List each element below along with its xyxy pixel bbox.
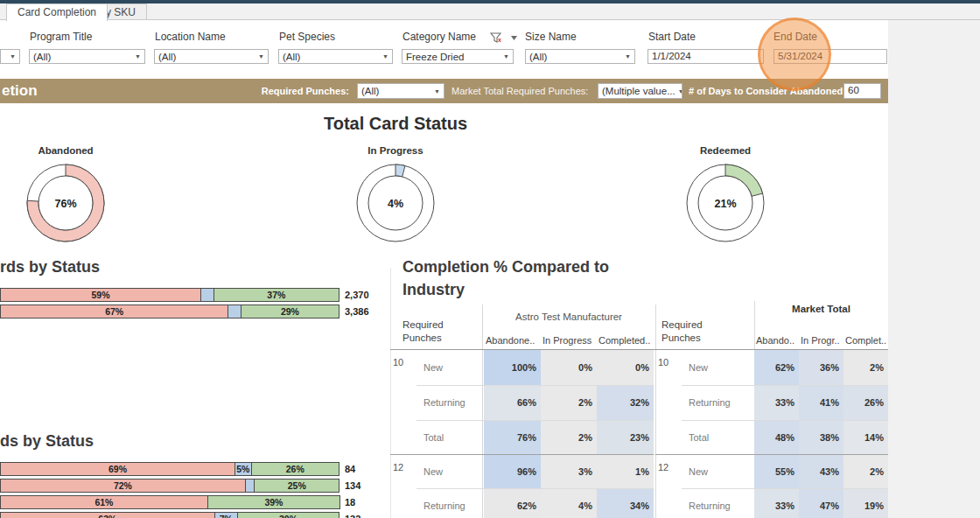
heatmap-cell[interactable]: 76% [484,420,541,454]
bar-segment-completed[interactable]: 30% [237,512,340,518]
start-date-input[interactable]: 1/1/2024 [648,49,764,64]
heatmap-cell[interactable]: 47% [799,488,844,518]
heatmap-cell[interactable]: 33% [754,385,799,420]
heatmap-cell[interactable]: 48% [754,420,799,454]
column-header: Abando.. [754,335,799,346]
customer-type-label: New [415,362,484,373]
customer-type-label: New [415,466,484,477]
dashboard-canvas: Card Completion By SKU ▼ Program Title (… [0,0,980,518]
heatmap-cell[interactable]: 19% [844,488,888,518]
sheet-tab-bar: Card Completion By SKU [0,4,980,20]
heatmap-cell[interactable]: 43% [799,455,844,488]
column-header: Complet.. [844,335,888,346]
bar-total-label: 132 [345,512,360,518]
punches-value: 10 [390,350,415,368]
heatmap-cell[interactable]: 96% [484,455,541,488]
bar-segment-in_progress[interactable] [200,288,214,302]
heatmap-cell[interactable]: 41% [799,385,844,420]
dropdown-caret-icon [511,36,517,40]
heatmap-cell[interactable]: 0% [597,350,654,385]
manufacturer-header: Astro Test Manufacturer [484,312,654,322]
heatmap-cell[interactable]: 4% [541,488,597,518]
location-name-label: Location Name [155,31,226,43]
bar-segment-completed[interactable]: 29% [241,304,340,318]
cards-by-status-title-2: ds by Status [0,432,94,451]
bar-segment-in_progress[interactable]: 7% [214,512,238,518]
location-name-filter[interactable]: (All) ▼ [154,49,269,64]
size-name-filter[interactable]: (All) ▼ [525,49,635,64]
status-bar-row: 67%29%3,386 [0,304,385,318]
dropdown-caret-icon: ▼ [256,53,264,60]
heatmap-cell[interactable]: 62% [484,488,541,518]
heatmap-cell[interactable]: 36% [799,350,844,385]
filter-funnel-icon: x [490,32,520,44]
donut-abandoned[interactable]: 76% [26,164,105,242]
bar-total-label: 134 [345,479,360,493]
heatmap-cell[interactable]: 2% [844,350,888,385]
punches-value [655,488,680,495]
bar-total-label: 3,386 [345,304,369,318]
heatmap-cell[interactable]: 3% [541,455,597,488]
pet-species-label: Pet Species [279,31,335,43]
program-title-filter[interactable]: (All) ▼ [29,49,145,64]
comparison-title: Completion % Compared to Industry [402,256,612,301]
heatmap-cell[interactable]: 23% [597,420,654,454]
heatmap-cell[interactable]: 33% [754,488,799,518]
bar-segment-completed[interactable]: 37% [214,288,340,302]
bar-segment-in_progress[interactable]: 5% [234,462,252,476]
cropped-filter-dropdown[interactable]: ▼ [0,49,20,64]
bar-segment-completed[interactable]: 26% [251,462,340,476]
punches-value [390,488,415,495]
abandoned-days-input[interactable]: 60 [844,83,881,99]
category-filter-controls[interactable]: x [490,32,520,43]
bar-segment-in_progress[interactable] [228,304,242,318]
column-header: In Progr.. [799,335,844,346]
donut-in-progress[interactable]: 4% [356,164,435,242]
abandoned-days-label: # of Days to Consider Abandoned: [689,79,846,103]
heatmap-cell[interactable]: 26% [844,385,888,420]
heatmap-cell[interactable]: 0% [541,350,597,385]
bar-segment-abandoned[interactable]: 61% [0,495,208,509]
heatmap-cell[interactable]: 2% [541,420,597,454]
bar-segment-abandoned[interactable]: 69% [0,462,235,476]
customer-type-label: Returning [680,397,754,408]
heatmap-cell[interactable]: 100% [484,350,541,385]
heatmap-cell[interactable]: 62% [754,350,799,385]
heatmap-cell[interactable]: 34% [597,488,654,518]
table-row: Total48%38%14% [655,420,888,454]
bar-total-label: 2,370 [345,288,369,302]
size-name-value: (All) [529,52,547,62]
bar-segment-completed[interactable]: 39% [207,495,340,509]
customer-type-label: New [680,466,754,477]
column-headers: Abando..In Progr..Complet.. [754,335,888,346]
heatmap-cell[interactable]: 14% [844,420,888,454]
donut-redeemed[interactable]: 21% [686,164,765,242]
tab-card-completion[interactable]: Card Completion [6,4,108,21]
bar-segment-abandoned[interactable]: 67% [0,304,228,318]
bar-segment-abandoned[interactable]: 59% [0,288,201,302]
heatmap-cell[interactable]: 2% [541,385,597,420]
category-name-filter[interactable]: Freeze Dried ▼ [402,49,514,64]
market-total-punches-filter[interactable]: (Multiple value... ▼ [598,83,682,99]
stacked-bar: 72%25% [0,479,341,493]
heatmap-cell[interactable]: 38% [799,420,844,454]
bar-segment-completed[interactable]: 25% [254,479,340,493]
heatmap-cell[interactable]: 55% [754,455,799,488]
bar-segment-abandoned[interactable]: 72% [0,479,246,493]
heatmap-cell[interactable]: 32% [597,385,654,420]
table-row: Returning66%2%32% [390,385,654,420]
size-name-label: Size Name [525,31,577,43]
pet-species-filter[interactable]: (All) ▼ [278,49,393,64]
punches-value [390,385,415,392]
heatmap-cell[interactable]: 66% [484,385,541,420]
heatmap-cell[interactable]: 2% [844,455,888,488]
bar-segment-abandoned[interactable]: 63% [0,512,215,518]
stacked-bar: 69%5%26% [0,462,341,476]
total-card-status-title: Total Card Status [282,114,509,134]
segment-percent-label: 39% [264,497,283,508]
heatmap-cell[interactable]: 1% [597,455,654,488]
start-date-label: Start Date [648,31,696,43]
required-punches-row-header: Required Punches [662,318,732,345]
required-punches-filter[interactable]: (All) ▼ [357,83,444,99]
donut-percent-label: 21% [714,198,736,210]
